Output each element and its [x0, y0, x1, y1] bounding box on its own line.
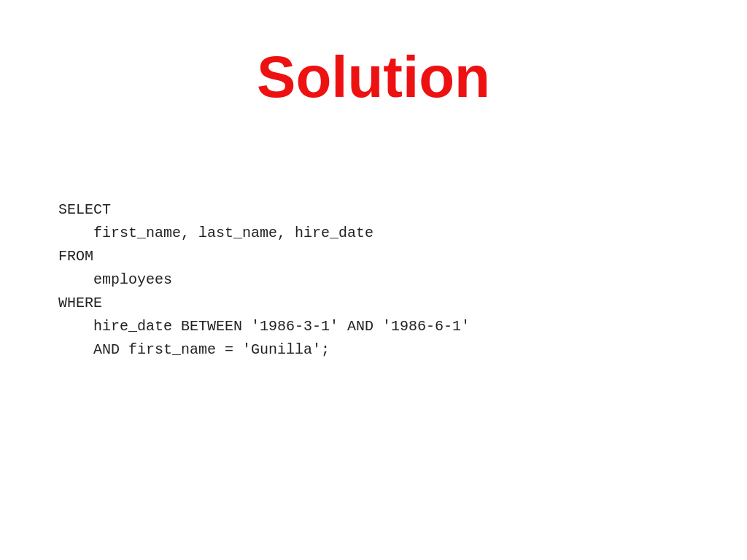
- title-section: Solution: [257, 44, 490, 111]
- sql-line-7: AND first_name = 'Gunilla';: [58, 341, 330, 358]
- sql-line-3: FROM: [58, 248, 93, 265]
- page-container: Solution SELECT first_name, last_name, h…: [0, 0, 747, 560]
- sql-line-4: employees: [58, 271, 172, 288]
- sql-code-block: SELECT first_name, last_name, hire_date …: [58, 198, 470, 362]
- sql-line-6: hire_date BETWEEN '1986-3-1' AND '1986-6…: [58, 318, 470, 335]
- sql-line-5: WHERE: [58, 295, 102, 311]
- page-title: Solution: [257, 44, 490, 111]
- sql-line-1: SELECT: [58, 201, 111, 218]
- code-section: SELECT first_name, last_name, hire_date …: [58, 198, 470, 362]
- sql-line-2: first_name, last_name, hire_date: [58, 225, 374, 241]
